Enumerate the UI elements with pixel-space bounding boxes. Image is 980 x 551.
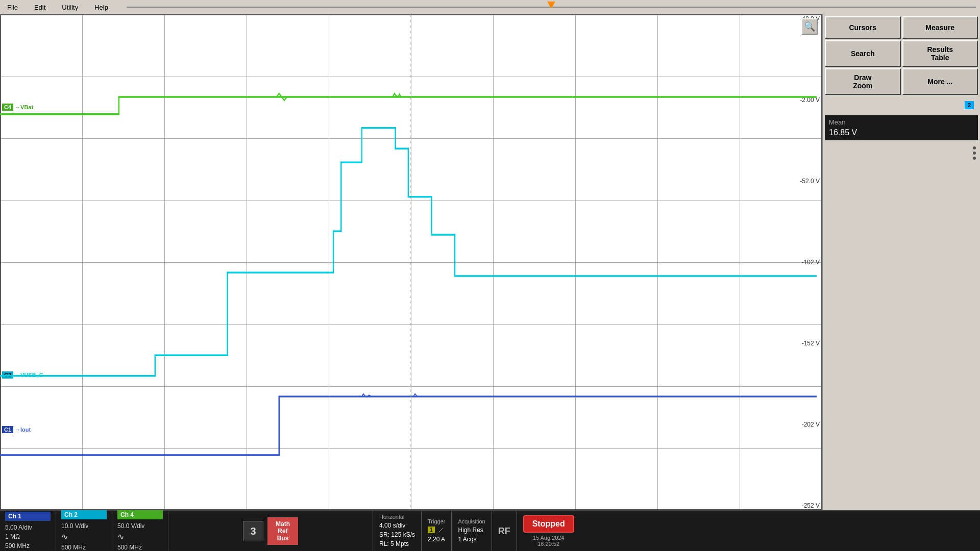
- trigger-badge: 1: [428, 527, 435, 533]
- number-3-box[interactable]: 3: [243, 521, 263, 541]
- horizontal-rl: RL: 5 Mpts: [379, 539, 415, 548]
- ch4-title: Ch 4: [117, 510, 163, 519]
- trigger-label: Trigger: [428, 518, 445, 524]
- right-panel: Cursors Measure Search Results Table Dra…: [822, 14, 980, 510]
- horizontal-info[interactable]: Horizontal 4.00 s/div SR: 125 kS/s RL: 5…: [373, 511, 422, 551]
- acquisition-mode: High Res: [458, 525, 485, 535]
- acquisition-label: Acquisition: [458, 518, 485, 524]
- menu-edit[interactable]: Edit: [31, 3, 48, 12]
- measurement-value: 16.85 V: [829, 128, 974, 137]
- measure-button[interactable]: Measure: [902, 16, 978, 39]
- ch1-title: Ch 1: [5, 512, 51, 521]
- date-display: 15 Aug 2024: [533, 535, 565, 541]
- ch1-info[interactable]: Ch 1 5.00 A/div 1 MΩ 500 MHz: [0, 511, 56, 551]
- scope-screen: 48.0 V -2.00 V -52.0 V -102 V -152 V -20…: [0, 14, 822, 510]
- cursors-button[interactable]: Cursors: [825, 16, 901, 39]
- menu-bar: File Edit Utility Help: [0, 0, 980, 14]
- measurement-display: Mean 16.85 V: [825, 115, 978, 140]
- main-content: 48.0 V -2.00 V -52.0 V -102 V -152 V -20…: [0, 14, 980, 510]
- ch1-details: 5.00 A/div 1 MΩ 500 MHz: [5, 523, 51, 550]
- results-table-button[interactable]: Results Table: [902, 40, 978, 67]
- menu-utility[interactable]: Utility: [59, 3, 81, 12]
- bottom-spacer: 3 Math Ref Bus: [168, 511, 373, 551]
- ch2-info[interactable]: Ch 2 10.0 V/div ∿ 500 MHz: [56, 511, 112, 551]
- menu-file[interactable]: File: [4, 3, 21, 12]
- waveform-svg: [0, 14, 822, 510]
- trigger-info[interactable]: Trigger 1 ⟋ 2.20 A: [422, 511, 452, 551]
- horizontal-rate: 4.00 s/div: [379, 521, 415, 530]
- time-display: 16:20:52: [537, 541, 559, 547]
- acquisition-acqs: 1 Acqs: [458, 535, 485, 544]
- acquisition-info[interactable]: Acquisition High Res 1 Acqs: [452, 511, 492, 551]
- panel-buttons: Cursors Measure Search Results Table Dra…: [823, 14, 980, 97]
- trigger-icon: ⟋: [437, 525, 445, 535]
- measurement-label: Mean: [829, 118, 974, 126]
- horizontal-label: Horizontal: [379, 514, 415, 520]
- ch4-details: 50.0 V/div ∿ 500 MHz: [117, 521, 163, 551]
- draw-zoom-button[interactable]: Draw Zoom: [825, 68, 901, 95]
- horizontal-sr: SR: 125 kS/s: [379, 530, 415, 539]
- more-button[interactable]: More ...: [902, 68, 978, 95]
- ch2-coupling-symbol: ∿: [61, 531, 107, 543]
- search-button[interactable]: Search: [825, 40, 901, 67]
- math-ref-bus-box[interactable]: Math Ref Bus: [267, 517, 298, 545]
- stopped-button[interactable]: Stopped: [523, 515, 574, 533]
- rf-box[interactable]: RF: [492, 511, 517, 551]
- ch2-details: 10.0 V/div ∿ 500 MHz: [61, 521, 107, 551]
- ch4-coupling-symbol: ∿: [117, 531, 163, 543]
- ch2-indicator-row: 2: [823, 97, 980, 113]
- bottom-bar: Ch 1 5.00 A/div 1 MΩ 500 MHz Ch 2 10.0 V…: [0, 510, 980, 551]
- ch2-indicator: 2: [965, 101, 974, 109]
- trigger-value: 2.20 A: [428, 535, 445, 544]
- rf-label: RF: [498, 526, 510, 537]
- ch2-title: Ch 2: [61, 510, 107, 519]
- stopped-box: Stopped 15 Aug 2024 16:20:52: [517, 511, 580, 551]
- menu-help[interactable]: Help: [91, 3, 111, 12]
- dots-menu[interactable]: [823, 142, 980, 164]
- ch4-info[interactable]: Ch 4 50.0 V/div ∿ 500 MHz: [112, 511, 168, 551]
